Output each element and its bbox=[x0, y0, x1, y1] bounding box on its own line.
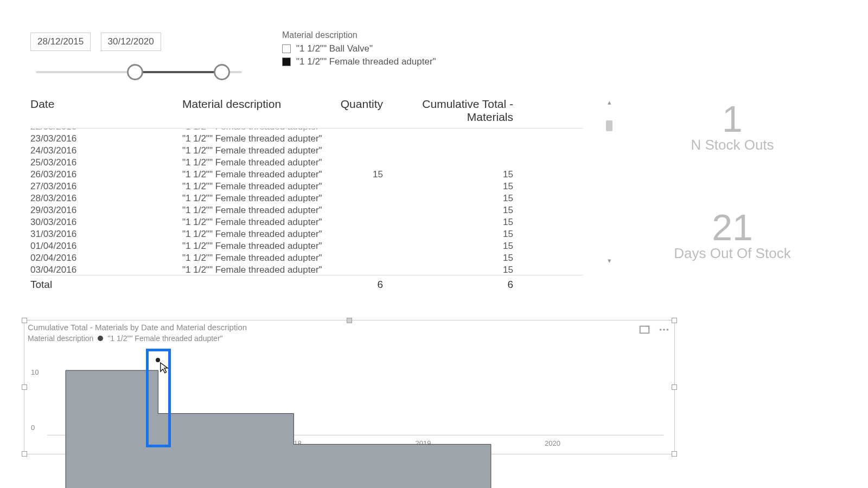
y-axis-tick: 0 bbox=[31, 423, 35, 432]
cell-cum: 15 bbox=[383, 181, 513, 192]
cell-material: "1 1/2"" Female threaded adupter" bbox=[182, 181, 334, 192]
cell-material: "1 1/2"" Female threaded adupter" bbox=[182, 229, 334, 240]
table-row[interactable]: 28/03/2016"1 1/2"" Female threaded adupt… bbox=[30, 192, 584, 204]
footer-qty: 6 bbox=[334, 279, 383, 291]
cell-date: 25/03/2016 bbox=[30, 157, 182, 168]
cell-date: 31/03/2016 bbox=[30, 229, 182, 240]
table-row[interactable]: 31/03/2016"1 1/2"" Female threaded adupt… bbox=[30, 228, 584, 240]
materials-table: Date Material description Quantity Cumul… bbox=[30, 98, 584, 287]
legend-field-label: Material description bbox=[28, 334, 93, 343]
cell-material: "1 1/2"" Female threaded adupter" bbox=[182, 129, 334, 132]
cell-qty: 15 bbox=[334, 169, 383, 180]
scroll-up-icon[interactable]: ▴ bbox=[604, 98, 614, 107]
table-row[interactable]: 23/03/2016"1 1/2"" Female threaded adupt… bbox=[30, 133, 584, 145]
resize-handle[interactable] bbox=[672, 318, 677, 323]
table-body[interactable]: 22/03/2016"1 1/2"" Female threaded adupt… bbox=[30, 129, 584, 275]
cell-material: "1 1/2"" Female threaded adupter" bbox=[182, 241, 334, 252]
cell-date: 30/03/2016 bbox=[30, 217, 182, 228]
date-end-input[interactable]: 30/12/2020 bbox=[101, 33, 161, 51]
kpi-stockouts-label: N Stock Outs bbox=[662, 137, 803, 153]
date-start-input[interactable]: 28/12/2015 bbox=[30, 33, 91, 51]
filter-option-ball-valve[interactable]: "1 1/2"" Ball Valve" bbox=[282, 43, 436, 54]
cell-qty bbox=[334, 193, 383, 204]
svg-rect-0 bbox=[640, 326, 649, 333]
y-axis-tick: 10 bbox=[31, 368, 39, 376]
cell-material: "1 1/2"" Female threaded adupter" bbox=[182, 217, 334, 228]
table-row[interactable]: 02/04/2016"1 1/2"" Female threaded adupt… bbox=[30, 252, 584, 264]
legend-series-name: "1 1/2"" Female threaded adupter" bbox=[107, 334, 222, 343]
table-row[interactable]: 30/03/2016"1 1/2"" Female threaded adupt… bbox=[30, 216, 584, 228]
cell-cum: 15 bbox=[383, 229, 513, 240]
cell-qty bbox=[334, 241, 383, 252]
cell-material: "1 1/2"" Female threaded adupter" bbox=[182, 169, 334, 180]
filter-option-label: "1 1/2"" Female threaded adupter" bbox=[296, 56, 436, 67]
table-row[interactable]: 01/04/2016"1 1/2"" Female threaded adupt… bbox=[30, 240, 584, 252]
cell-cum bbox=[383, 157, 513, 168]
more-options-icon[interactable] bbox=[658, 324, 670, 338]
cell-date: 22/03/2016 bbox=[30, 129, 182, 132]
chart-area-series bbox=[47, 352, 663, 488]
chart-legend: Material description "1 1/2"" Female thr… bbox=[24, 334, 674, 344]
material-description-filter: Material description "1 1/2"" Ball Valve… bbox=[282, 30, 436, 69]
footer-cum: 6 bbox=[383, 279, 513, 291]
scroll-down-icon[interactable]: ▾ bbox=[604, 256, 614, 266]
slider-handle-start[interactable] bbox=[127, 64, 143, 80]
resize-handle[interactable] bbox=[22, 318, 27, 323]
scroll-thumb[interactable] bbox=[606, 120, 612, 131]
cell-material: "1 1/2"" Female threaded adupter" bbox=[182, 205, 334, 216]
slider-handle-end[interactable] bbox=[214, 64, 230, 80]
kpi-days-out: 21 Days Out Of Stock bbox=[662, 206, 803, 262]
resize-handle[interactable] bbox=[22, 384, 27, 390]
cell-qty bbox=[334, 229, 383, 240]
checkbox-icon[interactable] bbox=[282, 44, 291, 53]
checkbox-checked-icon[interactable] bbox=[282, 57, 291, 66]
svg-point-1 bbox=[660, 329, 662, 331]
col-header-material[interactable]: Material description bbox=[182, 98, 334, 124]
filter-option-female-adapter[interactable]: "1 1/2"" Female threaded adupter" bbox=[282, 56, 436, 67]
kpi-stockouts: 1 N Stock Outs bbox=[662, 98, 803, 153]
cell-qty bbox=[334, 217, 383, 228]
focus-mode-icon[interactable] bbox=[639, 324, 650, 338]
kpi-days-value: 21 bbox=[662, 206, 803, 248]
cell-material: "1 1/2"" Female threaded adupter" bbox=[182, 157, 334, 168]
table-row[interactable]: 03/04/2016"1 1/2"" Female threaded adupt… bbox=[30, 264, 584, 275]
col-header-cumulative[interactable]: Cumulative Total - Materials bbox=[383, 98, 513, 124]
cell-cum: 15 bbox=[383, 265, 513, 275]
cell-qty bbox=[334, 253, 383, 264]
table-row[interactable]: 26/03/2016"1 1/2"" Female threaded adupt… bbox=[30, 169, 584, 181]
chart-plot-area[interactable]: 10 0 2017 2018 2019 2020 bbox=[47, 352, 663, 435]
table-row[interactable]: 25/03/2016"1 1/2"" Female threaded adupt… bbox=[30, 157, 584, 169]
cell-cum: 15 bbox=[383, 205, 513, 216]
resize-handle[interactable] bbox=[672, 451, 677, 457]
resize-handle[interactable] bbox=[22, 451, 27, 457]
svg-point-2 bbox=[663, 329, 665, 331]
filter-title: Material description bbox=[282, 30, 436, 40]
cell-material: "1 1/2"" Female threaded adupter" bbox=[182, 265, 334, 275]
resize-handle[interactable] bbox=[672, 384, 677, 390]
cell-date: 28/03/2016 bbox=[30, 193, 182, 204]
date-range-slicer[interactable]: 28/12/2015 30/12/2020 bbox=[30, 33, 247, 80]
table-row[interactable]: 24/03/2016"1 1/2"" Female threaded adupt… bbox=[30, 145, 584, 157]
col-header-quantity[interactable]: Quantity bbox=[334, 98, 383, 124]
table-scrollbar[interactable]: ▴ ▾ bbox=[604, 98, 614, 266]
cumulative-chart-visual[interactable]: Cumulative Total - Materials by Date and… bbox=[24, 320, 675, 454]
resize-handle[interactable] bbox=[347, 318, 352, 323]
cell-qty bbox=[334, 265, 383, 275]
table-row[interactable]: 22/03/2016"1 1/2"" Female threaded adupt… bbox=[30, 129, 584, 133]
cell-date: 03/04/2016 bbox=[30, 265, 182, 275]
table-row[interactable]: 29/03/2016"1 1/2"" Female threaded adupt… bbox=[30, 204, 584, 216]
col-header-date[interactable]: Date bbox=[30, 98, 182, 124]
cursor-icon bbox=[159, 362, 169, 374]
cell-qty bbox=[334, 157, 383, 168]
cell-cum: 15 bbox=[383, 193, 513, 204]
cell-qty bbox=[334, 145, 383, 156]
date-range-slider[interactable] bbox=[36, 64, 242, 80]
cell-qty bbox=[334, 133, 383, 144]
svg-point-3 bbox=[667, 329, 669, 331]
kpi-stockouts-value: 1 bbox=[662, 98, 803, 140]
table-row[interactable]: 27/03/2016"1 1/2"" Female threaded adupt… bbox=[30, 181, 584, 192]
cell-qty bbox=[334, 129, 383, 132]
legend-marker-icon bbox=[98, 336, 103, 341]
cell-date: 29/03/2016 bbox=[30, 205, 182, 216]
cell-material: "1 1/2"" Female threaded adupter" bbox=[182, 133, 334, 144]
